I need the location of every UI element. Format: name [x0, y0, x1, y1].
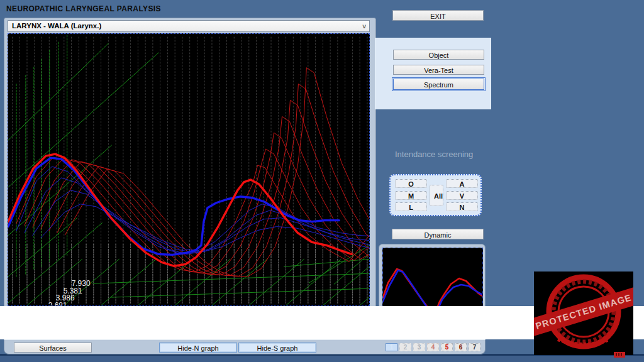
screening-m-button[interactable]: M — [395, 191, 427, 200]
hide-n-graph-button[interactable]: Hide-N graph — [159, 343, 237, 353]
screening-a-button[interactable]: A — [446, 179, 478, 188]
dynamic-preview-graph[interactable] — [382, 248, 483, 312]
bottom-strip — [0, 356, 644, 362]
green-floor-line — [323, 266, 369, 305]
mode-panel: Object Vera-Test Spectrum — [375, 38, 491, 109]
page-button-4[interactable]: 4 — [427, 343, 439, 351]
green-floor-line — [101, 259, 156, 305]
page-button-5[interactable]: 5 — [441, 343, 453, 351]
organ-dropdown[interactable]: LARYNX - WALA (Larynx.) ˅ — [8, 20, 370, 32]
screening-all-button[interactable]: All — [430, 185, 443, 206]
surfaces-button[interactable]: Surfaces — [14, 343, 92, 353]
dynamic-preview-svg — [383, 248, 482, 311]
page-selector: 1234567 — [386, 343, 480, 351]
intendance-screening-label: Intendance screening — [395, 150, 496, 159]
page-button-2[interactable]: 2 — [399, 343, 411, 351]
protected-image-watermark: PROTECTED IMAGE — [534, 272, 633, 355]
organ-dropdown-value: LARYNX - WALA (Larynx.) — [12, 22, 101, 30]
stamp-graphic: PROTECTED IMAGE — [534, 272, 633, 355]
screening-o-button[interactable]: O — [395, 179, 427, 188]
spectrum-graph-svg: 7.9305.3813.9862.681 — [8, 34, 369, 305]
page-title: NEUROPATHIC LARYNGEAL PARALYSIS — [6, 4, 161, 13]
green-floor-line — [212, 259, 267, 305]
curve-S-preview — [383, 270, 482, 311]
chevron-down-icon: ˅ — [362, 21, 366, 32]
bottom-toolbar: Surfaces Hide-N graph Hide-S graph 12345… — [4, 339, 486, 354]
axis-label: 2.681 — [48, 301, 67, 305]
dynamic-button[interactable]: Dynamic — [392, 229, 484, 239]
page-button-7[interactable]: 7 — [469, 343, 480, 351]
green-floor-line — [8, 53, 158, 187]
spectrum-graph[interactable]: 7.9305.3813.9862.681 — [8, 33, 370, 306]
screening-n-button[interactable]: N — [446, 202, 478, 211]
object-button[interactable]: Object — [393, 50, 484, 60]
page-button-1[interactable]: 1 — [386, 343, 397, 351]
vera-test-button[interactable]: Vera-Test — [393, 65, 484, 75]
exit-button[interactable]: EXIT — [392, 10, 484, 21]
page-button-3[interactable]: 3 — [413, 343, 425, 351]
green-floor-line — [138, 259, 193, 305]
green-floor-line — [360, 297, 369, 305]
spectrum-button[interactable]: Spectrum — [393, 79, 484, 90]
curve-S-main — [8, 158, 339, 255]
green-floor-line — [286, 259, 341, 305]
green-floor-line — [249, 259, 304, 305]
screening-l-button[interactable]: L — [395, 202, 427, 211]
screening-group: O A M V L N All — [389, 174, 482, 216]
stamp-author-marks — [616, 353, 623, 356]
hide-s-graph-button[interactable]: Hide-S graph — [238, 343, 316, 353]
stamp-author-badge — [614, 352, 625, 358]
curve-N-1 — [16, 157, 369, 272]
dynamic-preview-panel — [379, 244, 486, 310]
page-button-6[interactable]: 6 — [455, 343, 467, 351]
green-floor-line — [8, 223, 102, 303]
screening-v-button[interactable]: V — [446, 191, 478, 200]
green-floor-line — [175, 259, 230, 305]
curve-N-6 — [57, 84, 369, 277]
green-floor-line — [284, 259, 369, 266]
curve-N-preview — [383, 269, 482, 311]
